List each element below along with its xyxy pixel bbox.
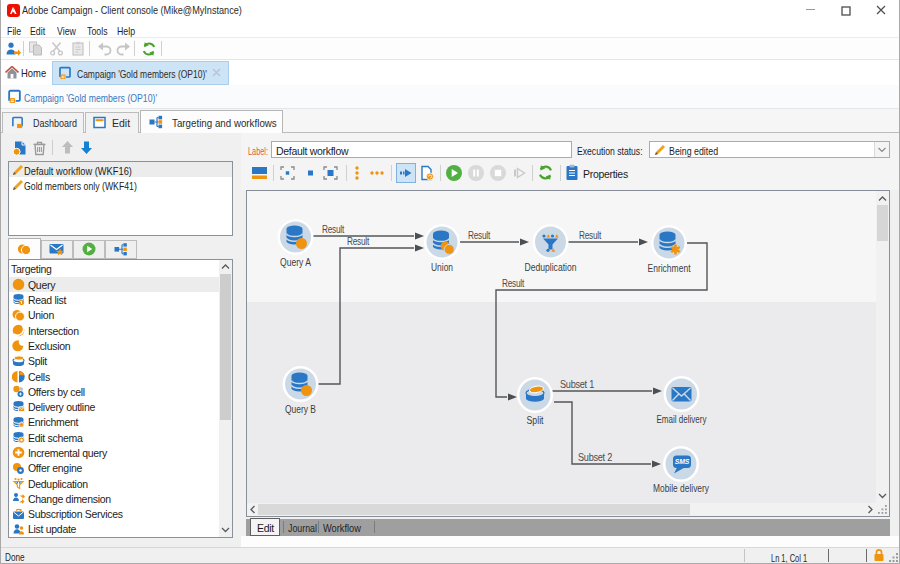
svg-text:Result: Result xyxy=(468,229,490,241)
svg-text:Query A: Query A xyxy=(280,256,312,268)
svg-text:Result: Result xyxy=(579,229,601,241)
svg-text:Enrichment: Enrichment xyxy=(648,262,691,274)
svg-text:Result: Result xyxy=(347,235,369,247)
svg-text:Subset 2: Subset 2 xyxy=(578,451,612,463)
svg-text:Mobile delivery: Mobile delivery xyxy=(653,482,709,494)
svg-text:Query B: Query B xyxy=(285,403,316,415)
svg-text:Result: Result xyxy=(502,277,524,289)
svg-text:SMS: SMS xyxy=(675,458,690,465)
svg-text:Union: Union xyxy=(431,261,453,273)
svg-text:Deduplication: Deduplication xyxy=(525,261,577,273)
svg-text:Result: Result xyxy=(322,223,344,235)
svg-text:Split: Split xyxy=(527,414,544,426)
svg-text:Email delivery: Email delivery xyxy=(657,413,707,425)
svg-text:Subset 1: Subset 1 xyxy=(560,378,594,390)
